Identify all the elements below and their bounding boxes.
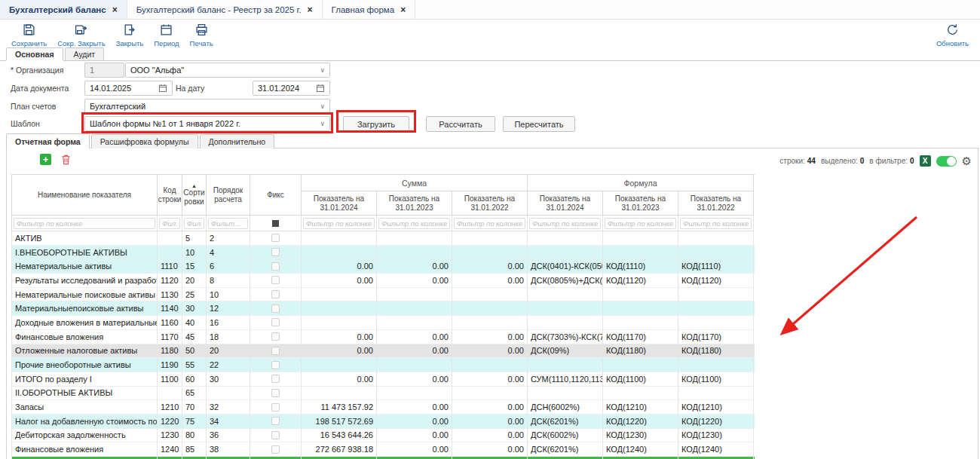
refresh-button[interactable]: Обновить <box>931 22 974 49</box>
calendar-icon[interactable] <box>158 84 167 93</box>
table-row[interactable]: АКТИВ 5 2 <box>11 231 755 246</box>
fix-checkbox[interactable] <box>271 375 280 383</box>
column-header-code[interactable]: Код строки <box>158 175 182 216</box>
cell-row-code: 1100 <box>158 372 182 386</box>
column-header-fix[interactable]: Фикс <box>250 175 302 216</box>
save-close-button[interactable]: Сокр. Закрыть <box>52 22 110 49</box>
add-row-icon[interactable]: + <box>40 154 51 165</box>
period-button[interactable]: Период <box>149 22 184 49</box>
fix-checkbox[interactable] <box>271 389 280 397</box>
fix-checkbox[interactable] <box>271 332 280 341</box>
table-row[interactable]: Нематериальные активы 1110 15 6 0.00 0.0… <box>11 259 755 274</box>
filter-input-sort[interactable] <box>184 218 204 229</box>
filter-input-formula-2022[interactable] <box>680 218 752 229</box>
filter-toggle[interactable] <box>936 156 957 167</box>
column-header-formula-2023[interactable]: Показатель на 31.01.2023 <box>603 191 678 216</box>
tab-additional[interactable]: Дополнительно <box>200 134 275 148</box>
chart-of-accounts-select[interactable]: Бухгалтерский ∨ <box>84 99 330 114</box>
fix-checkbox[interactable] <box>271 276 280 284</box>
table-row[interactable]: ИТОГО по разделу I 1100 60 30 0.00 0.00 … <box>11 372 755 387</box>
close-icon[interactable]: × <box>400 5 406 14</box>
close-icon[interactable]: × <box>112 5 118 14</box>
template-select[interactable]: Шаблон формы №1 от 1 января 2022 г. ∨ <box>84 116 330 131</box>
fix-checkbox[interactable] <box>271 417 280 425</box>
load-button[interactable]: Загрузить <box>343 116 409 132</box>
recalculate-button[interactable]: Пересчитать <box>503 116 575 132</box>
fix-checkbox[interactable] <box>271 318 280 326</box>
column-header-formula-2024[interactable]: Показатель на 31.01.2024 <box>528 191 603 216</box>
doc-date-field[interactable]: 14.01.2025 <box>84 81 173 96</box>
filter-fix-checkbox[interactable] <box>272 220 279 227</box>
report-tab-bar: Отчетная форма Расшифровка формулы Допол… <box>0 133 980 148</box>
cell-fix <box>250 442 302 456</box>
group-header-formula: Формула <box>528 175 754 191</box>
cell-indicator-name: Дебиторская задолженность <box>12 429 158 442</box>
table-row[interactable]: Дебиторская задолженность 1230 80 36 16 … <box>11 429 755 443</box>
filter-input-name[interactable] <box>14 218 155 229</box>
fix-checkbox[interactable] <box>271 431 280 439</box>
fix-checkbox[interactable] <box>271 262 280 271</box>
fix-checkbox[interactable] <box>271 347 280 355</box>
table-row[interactable]: Нематериальные поисковые активы 1130 25 … <box>11 288 755 302</box>
column-header-order[interactable]: Порядок расчета <box>207 175 250 216</box>
cell-formula-2024: ДСН(6002%) <box>528 400 603 414</box>
export-excel-icon[interactable]: X <box>920 155 931 167</box>
column-header-sum-2024[interactable]: Показатель на 31.01.2024 <box>302 191 377 216</box>
table-row[interactable]: I.ВНЕОБОРОТНЫЕ АКТИВЫ 10 4 <box>11 246 755 260</box>
cell-row-code: 1230 <box>158 429 182 442</box>
fix-checkbox[interactable] <box>271 290 280 298</box>
calendar-icon[interactable] <box>316 84 325 93</box>
window-tab-registry[interactable]: Бухгалтерский баланс - Реестр за 2025 г.… <box>127 0 323 19</box>
filter-input-sum-2024[interactable] <box>303 218 375 229</box>
filter-input-formula-2024[interactable] <box>529 218 601 229</box>
column-header-name[interactable]: Наименование показателя <box>12 175 158 216</box>
cell-sum-2022 <box>452 288 528 301</box>
table-row[interactable]: Финансовые вложения 1240 85 38 272 667 9… <box>11 442 755 457</box>
tab-main[interactable]: Основная <box>6 47 63 60</box>
table-row[interactable]: Отложенные налоговые активы 1180 50 20 0… <box>11 344 755 359</box>
table-row[interactable]: Доходные вложения в материальные ц... 11… <box>11 316 755 330</box>
column-header-sum-2022[interactable]: Показатель на 31.01.2022 <box>452 191 528 216</box>
delete-row-icon[interactable] <box>60 154 72 165</box>
organization-code-field[interactable]: 1 <box>84 63 124 78</box>
filter-input-sum-2023[interactable] <box>378 218 450 229</box>
print-button[interactable]: Печать <box>185 22 219 49</box>
window-tab-main-form[interactable]: Главная форма × <box>323 0 416 19</box>
window-tab-balance[interactable]: Бухгалтерский баланс × <box>0 0 127 19</box>
fix-checkbox[interactable] <box>271 361 280 369</box>
tab-audit[interactable]: Аудит <box>65 47 105 60</box>
table-row[interactable]: II.ОБОРОТНЫЕ АКТИВЫ 65 <box>11 387 755 401</box>
fix-checkbox[interactable] <box>271 248 280 256</box>
cell-row-code: 1220 <box>158 415 182 428</box>
calculate-button[interactable]: Рассчитать <box>426 116 495 132</box>
filter-input-order[interactable] <box>208 218 248 229</box>
close-icon[interactable]: × <box>308 5 313 14</box>
table-row[interactable]: Финансовые вложения 1170 45 18 0.00 0.00… <box>11 330 755 344</box>
tab-formula-details[interactable]: Расшифровка формулы <box>91 134 198 148</box>
column-header-sort[interactable]: ▲ Сорти ровки <box>182 175 207 216</box>
on-date-field[interactable]: 31.01.2024 <box>253 81 330 96</box>
table-row[interactable]: Запасы 1210 70 32 11 473 157.92 0.00 0.0… <box>11 400 755 415</box>
close-button[interactable]: Закрыть <box>111 22 149 49</box>
table-row[interactable]: Материальныепоисковые активы 1140 30 12 <box>11 301 755 316</box>
organization-select[interactable]: ООО "Альфа" ∨ <box>125 63 330 78</box>
tab-report-form[interactable]: Отчетная форма <box>6 133 90 148</box>
document-form: * Организация 1 ООО "Альфа" ∨ Дата докум… <box>0 62 980 133</box>
filter-input-formula-2023[interactable] <box>605 218 676 229</box>
table-row[interactable]: Прочие внеоборотные активы 1190 55 22 <box>11 358 755 372</box>
save-button[interactable]: Сохранить <box>6 22 52 49</box>
filtered-count-value: 0 <box>910 157 914 165</box>
column-header-formula-2022[interactable]: Показатель на 31.01.2022 <box>678 191 754 216</box>
table-row[interactable]: Налог на добавленную стоимость по пр... … <box>11 415 755 429</box>
table-row[interactable]: Результаты исследований и разработок 112… <box>11 274 755 288</box>
column-header-sum-2023[interactable]: Показатель на 31.01.2023 <box>377 191 452 216</box>
fix-checkbox[interactable] <box>271 445 280 454</box>
fix-checkbox[interactable] <box>271 403 280 412</box>
filter-input-code[interactable] <box>159 218 180 229</box>
fix-checkbox[interactable] <box>271 234 280 242</box>
cell-formula-2022 <box>678 288 754 301</box>
fix-checkbox[interactable] <box>271 304 280 313</box>
cell-sum-2023: 0.00 <box>377 415 452 428</box>
filter-input-sum-2022[interactable] <box>454 218 525 229</box>
gear-icon[interactable]: ⚙ <box>962 155 972 167</box>
